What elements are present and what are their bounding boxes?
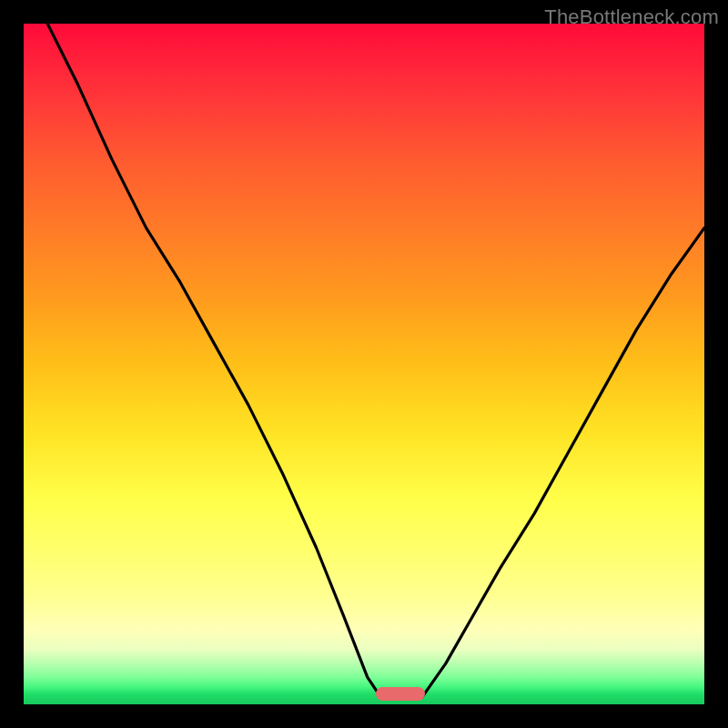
trough-marker [376,687,425,701]
curve-layer [24,24,704,704]
watermark-text: TheBottleneck.com [544,5,719,29]
curve-right [422,228,704,697]
plot-area [24,24,704,704]
curve-left [47,24,381,698]
chart-frame [24,24,704,704]
